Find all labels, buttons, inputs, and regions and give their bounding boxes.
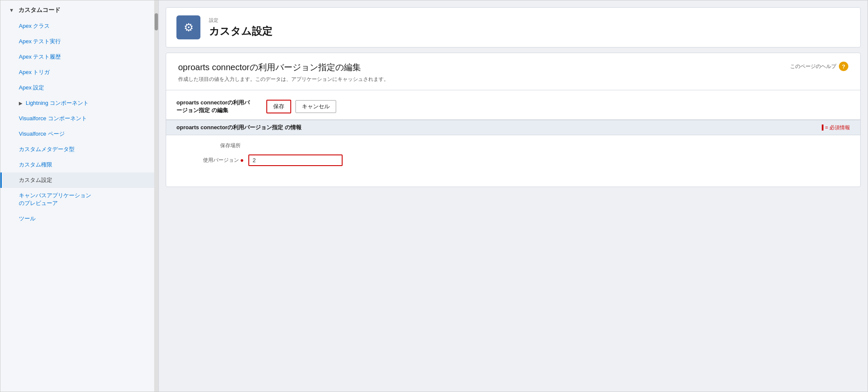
settings-icon: ⚙ — [176, 15, 200, 39]
required-label: = 必須情報 — [825, 124, 850, 131]
help-link[interactable]: このページのヘルプ ? — [790, 62, 848, 71]
help-icon: ? — [839, 62, 848, 71]
form-fields: 保存場所 使用バージョン — [166, 135, 860, 178]
page-heading-subtitle: 作成した項目の値を入力します。このデータは、アプリケーションにキャッシュされます… — [178, 76, 389, 83]
sidebar-item-custom-metadata[interactable]: カスタムメタデータ型 — [0, 142, 158, 157]
sidebar-item-tools[interactable]: ツール — [0, 211, 158, 226]
save-button[interactable]: 保存 — [266, 100, 291, 113]
header-card: ⚙ 設定 カスタム設定 — [166, 7, 861, 48]
sidebar-item-apex-trigger[interactable]: Apex トリガ — [0, 65, 158, 80]
form-section-header: oproarts connectorの利用バージョン指定 の情報 = 必須情報 — [166, 120, 860, 135]
sidebar-item-custom-permission[interactable]: カスタム権限 — [0, 157, 158, 172]
header-subtitle: 設定 — [209, 17, 272, 24]
header-text-group: 設定 カスタム設定 — [209, 17, 272, 38]
scrollbar[interactable] — [154, 0, 158, 392]
form-row-storage: 保存場所 — [176, 142, 850, 149]
sidebar-item-custom-settings[interactable]: カスタム設定 — [0, 172, 158, 188]
required-indicator: = 必須情報 — [822, 124, 850, 131]
sidebar-item-apex-settings[interactable]: Apex 設定 — [0, 80, 158, 95]
sidebar-item-lightning-component[interactable]: ▶ Lightning コンポーネント — [0, 95, 158, 111]
form-section-title: oproarts connectorの利用バージョン指定 の情報 — [176, 124, 301, 131]
divider — [166, 90, 860, 90]
page-heading-title: oproarts connectorの利用バージョン指定の編集 — [178, 62, 389, 73]
field-label-version: 使用バージョン — [176, 157, 245, 164]
field-label-storage: 保存場所 — [176, 142, 245, 149]
arrow-right-icon: ▶ — [19, 101, 22, 106]
sidebar-item-apex-test-run[interactable]: Apex テスト実行 — [0, 34, 158, 49]
sidebar: ▼ カスタムコード Apex クラス Apex テスト実行 Apex テスト履歴… — [0, 0, 159, 392]
sidebar-item-visualforce-component[interactable]: Visualforce コンポーネント — [0, 111, 158, 126]
edit-header-row: oproarts connectorの利用バージョン指定 の編集 保存 キャンセ… — [166, 94, 860, 120]
main-content: ⚙ 設定 カスタム設定 oproarts connectorの利用バージョン指定… — [159, 0, 868, 392]
sidebar-item-canvas-app[interactable]: キャンバスアプリケーションのプレビューア — [0, 188, 158, 211]
sidebar-item-apex-test-history[interactable]: Apex テスト履歴 — [0, 49, 158, 65]
form-row-version: 使用バージョン — [176, 154, 850, 166]
sidebar-section-label: カスタムコード — [18, 6, 60, 14]
help-link-text: このページのヘルプ — [790, 63, 836, 70]
edit-header-label: oproarts connectorの利用バージョン指定 の編集 — [176, 99, 262, 114]
sidebar-item-visualforce-page[interactable]: Visualforce ページ — [0, 126, 158, 142]
sidebar-section-header[interactable]: ▼ カスタムコード — [0, 0, 158, 18]
chevron-down-icon: ▼ — [9, 7, 14, 13]
required-dot-icon — [241, 159, 243, 162]
required-bar-icon — [822, 125, 823, 131]
page-heading-area: oproarts connectorの利用バージョン指定の編集 作成した項目の値… — [166, 53, 860, 86]
version-input[interactable] — [248, 154, 343, 166]
content-card: oproarts connectorの利用バージョン指定の編集 作成した項目の値… — [166, 53, 861, 187]
header-title: カスタム設定 — [209, 24, 272, 38]
sidebar-item-apex-class[interactable]: Apex クラス — [0, 18, 158, 34]
form-section: oproarts connectorの利用バージョン指定 の情報 = 必須情報 … — [166, 120, 860, 187]
cancel-button[interactable]: キャンセル — [295, 100, 336, 113]
